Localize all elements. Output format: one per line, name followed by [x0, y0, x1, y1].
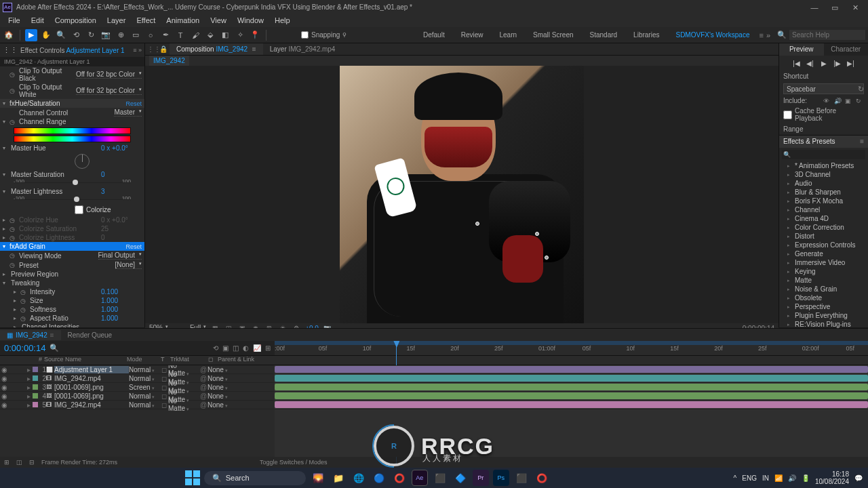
- layer-duration-bar[interactable]: [275, 384, 868, 390]
- maximize-button[interactable]: ▭: [825, 0, 845, 15]
- puppet-tool[interactable]: 📍: [249, 29, 261, 41]
- aspect-value[interactable]: 1.000: [101, 314, 142, 322]
- rectangle-tool[interactable]: ▭: [130, 29, 142, 41]
- close-button[interactable]: ✕: [845, 0, 865, 15]
- reset-icon[interactable]: ↻: [858, 85, 864, 94]
- prop-softness[interactable]: ▸◷Softness1.000: [0, 305, 144, 314]
- brush-tool[interactable]: 🖌: [189, 29, 201, 41]
- eraser-tool[interactable]: ◧: [219, 29, 231, 41]
- volume-icon[interactable]: 🔊: [788, 474, 796, 482]
- roto-brush-tool[interactable]: ✧: [234, 29, 246, 41]
- minimize-button[interactable]: —: [804, 0, 825, 15]
- hand-tool[interactable]: ✋: [40, 29, 52, 41]
- system-tray[interactable]: ^ ENG IN 📶 🔊 🔋 16:18 10/08/2024 💬: [734, 470, 863, 485]
- effects-presets-header[interactable]: Effects & Presets ≡: [779, 136, 868, 148]
- home-button[interactable]: 🏠: [3, 29, 15, 41]
- master-sat-value[interactable]: 0: [101, 171, 142, 178]
- start-button[interactable]: [185, 470, 200, 485]
- preserve-transparency[interactable]: ◻: [160, 392, 168, 400]
- include-audio-icon[interactable]: 🔊: [834, 98, 842, 104]
- timeline-tracks[interactable]: [275, 365, 868, 457]
- fx-hue-saturation[interactable]: ▾fx Hue/Saturation Reset: [0, 99, 144, 108]
- stopwatch-icon[interactable]: ◷: [9, 71, 18, 78]
- snapping-checkbox[interactable]: [301, 31, 309, 39]
- softness-value[interactable]: 1.000: [101, 306, 142, 313]
- include-video-icon[interactable]: 👁: [823, 98, 831, 104]
- time-ruler[interactable]: :00f05f10f15f20f25f01:00f05f10f15f20f25f…: [275, 341, 868, 355]
- tab-composition[interactable]: Composition IMG_2942 ≡: [170, 43, 263, 55]
- panel-grip-icon[interactable]: ⋮⋮: [147, 45, 155, 53]
- prop-channel-range[interactable]: ▾◷ Channel Range: [0, 117, 144, 126]
- prop-preset[interactable]: ◷Preset[None]: [0, 260, 144, 270]
- preserve-transparency[interactable]: ◻: [160, 366, 168, 373]
- effects-category[interactable]: ▸Keying: [779, 267, 868, 276]
- search-help-input[interactable]: [789, 30, 865, 40]
- menu-file[interactable]: File: [3, 15, 26, 27]
- prop-channel-control[interactable]: Channel Control Master: [0, 108, 144, 117]
- stopwatch-icon[interactable]: ◷: [20, 289, 28, 296]
- rotate-tool[interactable]: ↻: [85, 29, 97, 41]
- parent-dropdown[interactable]: None: [208, 401, 239, 409]
- workspace-menu-icon[interactable]: ≡: [759, 31, 763, 39]
- col-trkmat[interactable]: TrkMat: [168, 356, 206, 365]
- menu-effect[interactable]: Effect: [131, 15, 161, 27]
- fx-toggle-icon[interactable]: fx: [9, 243, 15, 250]
- comp-crumb[interactable]: IMG_2942: [149, 56, 189, 66]
- menu-edit[interactable]: Edit: [26, 15, 50, 27]
- selection-tool[interactable]: ▶: [25, 29, 37, 41]
- blend-mode-dropdown[interactable]: Normal: [129, 401, 160, 409]
- col-parent[interactable]: Parent & Link: [216, 356, 263, 365]
- layer-row[interactable]: ◉▸1⬜Adjustment Layer 1Normal◻No Matte@No…: [0, 365, 275, 374]
- clone-stamp-tool[interactable]: ⬙: [204, 29, 216, 41]
- channel-control-dropdown[interactable]: Master: [114, 108, 142, 117]
- loop-icon[interactable]: ↻: [856, 98, 864, 104]
- effects-category[interactable]: ▸Plugin Everything: [779, 311, 868, 320]
- ellipse-tool[interactable]: ○: [144, 29, 157, 41]
- prev-frame-button[interactable]: ◀|: [806, 58, 815, 68]
- clip-black-dropdown[interactable]: Off for 32 bpc Color: [76, 70, 142, 79]
- parent-dropdown[interactable]: None: [208, 366, 239, 373]
- layer-track[interactable]: [275, 392, 868, 401]
- layer-name[interactable]: IMG_2942.mp4: [54, 375, 129, 382]
- battery-icon[interactable]: 🔋: [802, 474, 810, 482]
- menu-layer[interactable]: Layer: [102, 15, 132, 27]
- visibility-toggle[interactable]: ◉: [0, 375, 8, 382]
- preset-dropdown[interactable]: [None]: [115, 261, 142, 269]
- panel-grip-icon[interactable]: ⋮⋮: [3, 46, 18, 55]
- notifications-icon[interactable]: 💬: [854, 474, 863, 482]
- effects-category[interactable]: ▸Expression Controls: [779, 241, 868, 249]
- taskbar-search[interactable]: 🔍Search: [204, 471, 306, 485]
- master-hue-value[interactable]: 0 x +0.0°: [101, 144, 142, 152]
- effects-category[interactable]: ▸Immersive Video: [779, 258, 868, 267]
- effects-search[interactable]: 🔍: [782, 150, 865, 159]
- toggle-button[interactable]: ⊞: [4, 459, 9, 466]
- workspace-custom[interactable]: SDMOVFX's Workspace: [669, 30, 756, 40]
- menu-composition[interactable]: Composition: [50, 15, 102, 27]
- toggle-button[interactable]: ◫: [16, 459, 22, 466]
- composition-viewer[interactable]: [145, 66, 778, 323]
- layer-track[interactable]: [275, 365, 868, 374]
- label-color[interactable]: [33, 367, 38, 372]
- tray-keyboard[interactable]: IN: [762, 474, 769, 482]
- prop-aspect-ratio[interactable]: ▸◷Aspect Ratio1.000: [0, 314, 144, 323]
- prop-viewing-mode[interactable]: ◷Viewing ModeFinal Output: [0, 251, 144, 260]
- visibility-toggle[interactable]: ◉: [0, 384, 8, 391]
- col-mode[interactable]: Mode: [125, 356, 159, 365]
- visibility-toggle[interactable]: ◉: [0, 401, 8, 409]
- effects-category[interactable]: ▸Obsolete: [779, 293, 868, 302]
- effects-category[interactable]: ▸Channel: [779, 205, 868, 214]
- timeline-layers[interactable]: ◉▸1⬜Adjustment Layer 1Normal◻No Matte@No…: [0, 365, 275, 457]
- layer-row[interactable]: ◉▸5🎞IMG_2942.mp4Normal◻No Matte@None: [0, 401, 275, 409]
- pan-behind-tool[interactable]: ⊕: [115, 29, 127, 41]
- workspace-small-screen[interactable]: Small Screen: [526, 30, 580, 40]
- effects-category[interactable]: ▸Audio: [779, 179, 868, 188]
- tab-preview[interactable]: Preview: [779, 43, 824, 56]
- layer-duration-bar[interactable]: [275, 392, 868, 399]
- layer-name[interactable]: IMG_2942.mp4: [54, 401, 129, 409]
- stopwatch-icon[interactable]: ◷: [20, 315, 28, 322]
- taskbar-app-icon[interactable]: ⬛: [513, 470, 530, 486]
- motion-blur-icon[interactable]: ◐: [243, 344, 249, 352]
- workspace-standard[interactable]: Standard: [583, 30, 625, 40]
- tray-language[interactable]: ENG: [742, 474, 757, 482]
- parent-dropdown[interactable]: None: [208, 392, 239, 400]
